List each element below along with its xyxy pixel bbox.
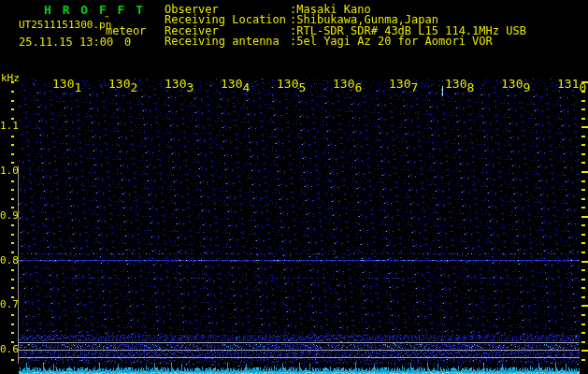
y-tick-label: 0.6 bbox=[0, 344, 19, 354]
info-row-antenna: Receiving antenna:5el Yagi Az 20 for Aom… bbox=[165, 36, 526, 46]
y-tick-label: 1.1 bbox=[0, 121, 19, 131]
hrofft-screenshot: H R O F F T UT2511151300.pn ¨ meteor 25.… bbox=[0, 0, 588, 374]
time-tick-label: 1304 bbox=[221, 78, 250, 90]
time-tick-label: 1301 bbox=[52, 78, 81, 90]
y-axis-unit-label: kHz bbox=[1, 73, 20, 83]
echo-count: 0 bbox=[124, 36, 131, 48]
time-tick-label: 1308 bbox=[445, 78, 474, 90]
time-tick-label: 1309 bbox=[501, 78, 530, 90]
time-tick-label: 1303 bbox=[165, 78, 194, 90]
spectrogram-canvas bbox=[0, 0, 588, 374]
info-separator: : bbox=[290, 36, 296, 47]
time-axis-trailing-mark: . bbox=[580, 81, 587, 94]
y-tick-label: 0.8 bbox=[0, 255, 19, 266]
time-tick-label: 1307 bbox=[389, 78, 418, 90]
time-tick-label: 1305 bbox=[277, 78, 306, 90]
y-tick-label: 0.7 bbox=[0, 299, 19, 309]
app-title: H R O F F T bbox=[44, 4, 145, 16]
info-value: 5el Yagi Az 20 for Aomori VOR bbox=[296, 36, 493, 47]
station-info: Observer:Masaki Kano Receiving Location:… bbox=[165, 4, 526, 47]
time-tick-label: 1306 bbox=[333, 78, 362, 90]
y-tick-label: 1.0 bbox=[0, 165, 19, 176]
date-time: 25.11.15 13:00 bbox=[19, 36, 113, 48]
output-filename: UT2511151300.pn bbox=[19, 20, 111, 30]
y-tick-label: 0.9 bbox=[0, 210, 19, 221]
time-tick-label: 1302 bbox=[108, 78, 137, 90]
info-label: Receiving antenna bbox=[165, 36, 290, 47]
